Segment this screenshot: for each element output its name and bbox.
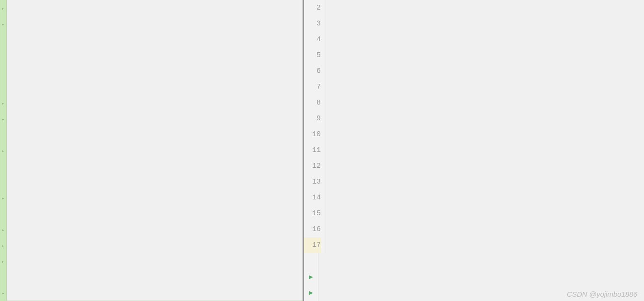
fold-toggle-icon[interactable]: ▸ xyxy=(1,243,4,249)
gutter-icons[interactable]: ▶▶I↑I↓I↓ xyxy=(304,253,318,301)
fold-toggle-icon[interactable]: ▸ xyxy=(1,228,4,233)
line-number[interactable]: 5 xyxy=(304,47,321,63)
fold-toggle-icon[interactable]: ▸ xyxy=(1,117,4,122)
fold-toggle-icon[interactable]: ▸ xyxy=(1,22,4,27)
line-number[interactable]: 15 xyxy=(304,206,321,221)
line-number[interactable]: 9 xyxy=(304,111,321,127)
fold-toggle-icon[interactable]: ▸ xyxy=(1,196,4,201)
fold-toggle-icon[interactable]: ▸ xyxy=(1,149,4,154)
line-number[interactable]: 2 xyxy=(304,0,321,16)
line-number[interactable]: 11 xyxy=(304,142,321,158)
line-number[interactable]: 6 xyxy=(304,63,321,79)
line-number[interactable]: 17 xyxy=(304,237,321,253)
line-number[interactable]: 4 xyxy=(304,32,321,47)
line-number[interactable]: 12 xyxy=(304,158,321,174)
line-number-gutter[interactable]: 234567891011121314151617 xyxy=(304,0,326,253)
line-number[interactable]: 16 xyxy=(304,221,321,237)
left-editor-pane: ▸▸▸▸▸▸▸▸▸▸ public class classdemo2 { pub… xyxy=(0,0,303,301)
left-fold-gutter[interactable]: ▸▸▸▸▸▸▸▸▸▸ xyxy=(0,0,7,301)
right-editor-pane: 234567891011121314151617 ▶▶I↑I↓I↓ ▸▸▸▸▸▸… xyxy=(304,0,644,301)
run-gutter-icon[interactable]: ▶ xyxy=(309,289,313,297)
fold-toggle-icon[interactable]: ▸ xyxy=(1,259,4,265)
run-gutter-icon[interactable]: ▶ xyxy=(309,273,313,281)
fold-toggle-icon[interactable]: ▸ xyxy=(1,101,4,106)
line-number[interactable]: 7 xyxy=(304,79,321,95)
fold-toggle-icon[interactable]: ▸ xyxy=(1,6,4,12)
line-number[interactable]: 10 xyxy=(304,127,321,142)
fold-toggle-icon[interactable]: ▸ xyxy=(1,291,4,296)
line-number[interactable]: 8 xyxy=(304,95,321,111)
line-number[interactable]: 13 xyxy=(304,174,321,190)
line-number[interactable]: 3 xyxy=(304,16,321,32)
line-number[interactable]: 14 xyxy=(304,190,321,206)
